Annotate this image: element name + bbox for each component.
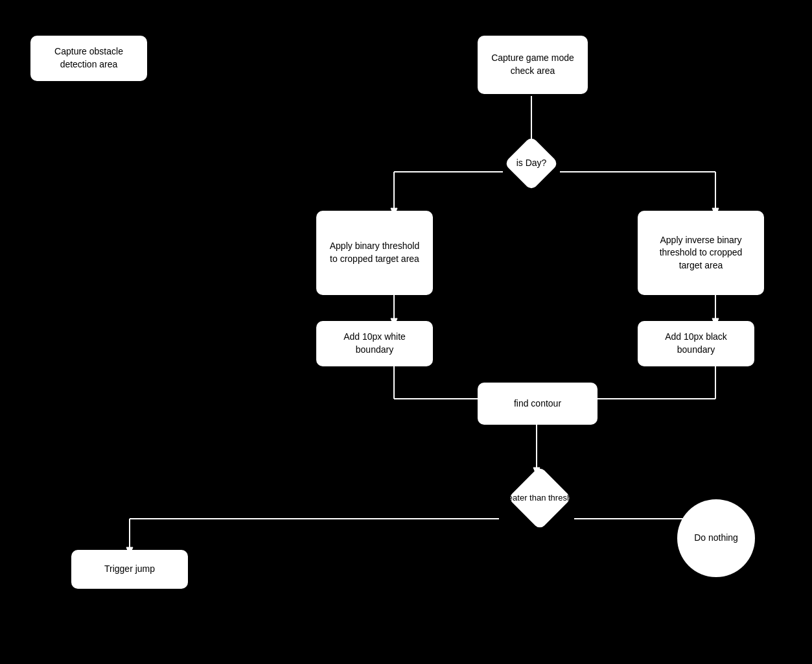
find-contour-node: find contour bbox=[478, 383, 597, 425]
trigger-jump-node: Trigger jump bbox=[71, 550, 188, 589]
is-day-label: is Day? bbox=[494, 144, 569, 183]
apply-inverse-binary-node: Apply inverse binary threshold to croppe… bbox=[638, 211, 764, 295]
capture-game-mode-node: Capture game mode check area bbox=[478, 36, 588, 94]
add-white-boundary-node: Add 10px white boundary bbox=[316, 321, 433, 366]
do-nothing-node: Do nothing bbox=[677, 499, 755, 577]
add-black-boundary-node: Add 10px black boundary bbox=[638, 321, 754, 366]
is-greater-label: is greater than threshold? bbox=[486, 473, 594, 523]
capture-obstacle-node: Capture obstacle detection area bbox=[30, 36, 147, 81]
apply-binary-node: Apply binary threshold to cropped target… bbox=[316, 211, 433, 295]
